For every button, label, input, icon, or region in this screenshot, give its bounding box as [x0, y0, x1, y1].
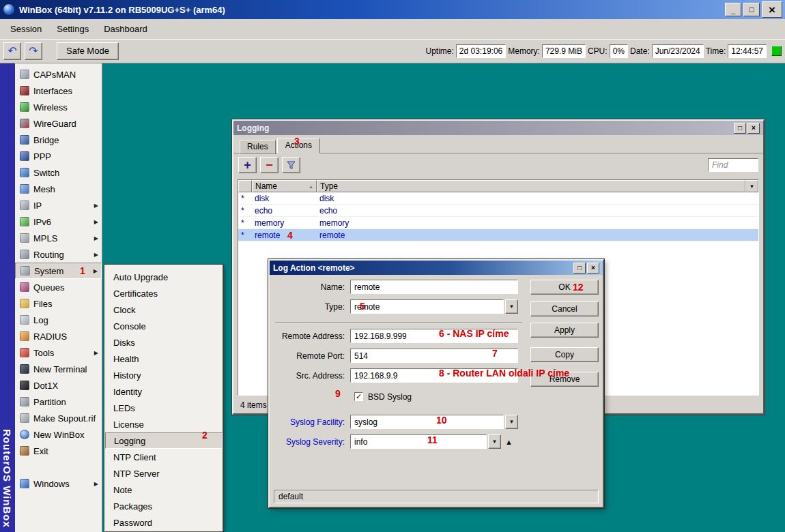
logging-close-button[interactable]: × — [747, 123, 760, 134]
table-row[interactable]: * disk disk — [238, 192, 758, 205]
menu-session[interactable]: Session — [3, 21, 49, 37]
logging-tabstrip: Rules Actions — [233, 135, 763, 153]
facility-dropdown-button[interactable]: ▼ — [505, 415, 518, 429]
sidebar-item-label: RADIUS — [33, 331, 98, 342]
cpu-label: CPU: — [588, 46, 608, 56]
system-menu-item-packages[interactable]: Packages — [105, 498, 223, 514]
logging-maximize-button[interactable]: □ — [734, 123, 746, 134]
wireguard-icon — [20, 119, 29, 128]
sidebar-item-wireless[interactable]: Wireless — [15, 99, 102, 115]
dialog-close-button[interactable]: × — [587, 263, 599, 274]
minimize-button[interactable]: _ — [725, 3, 741, 16]
sidebar-item-label: Dot1X — [33, 381, 98, 391]
ok-button[interactable]: OK — [530, 280, 599, 295]
menu-dashboard[interactable]: Dashboard — [96, 21, 155, 37]
queues-icon — [20, 282, 29, 292]
sidebar-item-ip[interactable]: IP▶ — [15, 197, 102, 213]
interfaces-icon — [20, 86, 29, 95]
sidebar-item-routing[interactable]: Routing▶ — [15, 246, 102, 263]
system-menu-item-disks[interactable]: Disks — [105, 334, 223, 351]
memory-value: 729.9 MiB — [542, 44, 586, 58]
column-header-type[interactable]: Type — [317, 180, 745, 192]
sidebar-item-radius[interactable]: RADIUS — [15, 328, 102, 344]
src-address-label: Src. Address: — [274, 371, 350, 381]
sidebar-item-queues[interactable]: Queues — [15, 279, 102, 295]
sidebar-item-log[interactable]: Log — [15, 312, 102, 328]
bsd-syslog-checkbox[interactable]: ✓ — [354, 392, 363, 401]
sidebar-item-new-winbox[interactable]: New WinBox — [15, 426, 102, 443]
ppp-icon — [20, 151, 29, 161]
sidebar-item-tools[interactable]: Tools▶ — [15, 344, 102, 361]
redo-button[interactable]: ↷ — [25, 42, 42, 60]
sidebar-item-exit[interactable]: Exit — [15, 443, 102, 459]
status-group: Uptime: 2d 03:19:06 Memory: 729.9 MiB CP… — [426, 44, 782, 58]
undo-button[interactable]: ↶ — [3, 42, 21, 60]
column-header-name[interactable]: Name▲ — [252, 180, 317, 192]
system-menu-item-history[interactable]: History — [105, 367, 223, 383]
system-menu-item-certificates[interactable]: Certificates — [105, 285, 223, 301]
add-action-button[interactable]: + — [238, 157, 257, 173]
system-menu-item-password[interactable]: Password — [105, 514, 223, 531]
system-menu-item-health[interactable]: Health — [105, 351, 223, 367]
safe-mode-button[interactable]: Safe Mode — [57, 42, 119, 60]
apply-button[interactable]: Apply — [530, 323, 599, 338]
dialog-maximize-button[interactable]: □ — [573, 263, 586, 274]
menu-settings[interactable]: Settings — [49, 21, 96, 37]
system-menu-item-identity[interactable]: Identity — [105, 383, 223, 400]
sidebar-item-interfaces[interactable]: Interfaces — [15, 83, 102, 99]
sidebar-item-files[interactable]: Files — [15, 295, 102, 312]
window-title: WinBox (64bit) v7.11.2 on RB5009UG+S+ (a… — [19, 5, 723, 15]
tab-rules[interactable]: Rules — [240, 140, 276, 154]
sidebar-item-switch[interactable]: Switch — [15, 164, 102, 181]
cancel-button[interactable]: Cancel — [530, 301, 599, 316]
system-menu-item-console[interactable]: Console — [105, 318, 223, 334]
remove-action-button[interactable]: − — [260, 157, 279, 173]
system-menu-item-note[interactable]: Note — [105, 482, 223, 498]
system-menu-item-ntp-client[interactable]: NTP Client — [105, 449, 223, 465]
type-input[interactable] — [350, 299, 504, 314]
maximize-button[interactable]: □ — [743, 3, 760, 16]
sidebar-item-windows[interactable]: Windows▶ — [15, 475, 102, 492]
column-selector-button[interactable]: ▼ — [745, 180, 758, 192]
sidebar-item-wireguard[interactable]: WireGuard — [15, 115, 102, 132]
table-row-selected[interactable]: * remote remote — [238, 229, 758, 241]
sidebar-item-capsman[interactable]: CAPsMAN — [15, 66, 102, 83]
chevron-right-icon: ▶ — [94, 268, 98, 274]
sidebar-item-ipv6[interactable]: IPv6▶ — [15, 213, 102, 230]
sidebar-item-partition[interactable]: Partition — [15, 394, 102, 410]
column-header-flags[interactable] — [238, 180, 252, 192]
sidebar-item-ppp[interactable]: PPP — [15, 148, 102, 164]
chevron-right-icon: ▶ — [94, 481, 98, 487]
syslog-facility-input[interactable] — [350, 415, 504, 429]
name-input[interactable] — [350, 280, 518, 294]
table-row[interactable]: * echo echo — [238, 205, 758, 217]
mpls-icon — [20, 233, 29, 243]
find-input[interactable] — [708, 158, 758, 172]
system-menu-item-clock[interactable]: Clock — [105, 301, 223, 318]
sidebar-item-dot1x[interactable]: Dot1X — [15, 377, 102, 394]
sidebar-item-bridge[interactable]: Bridge — [15, 132, 102, 148]
sidebar-item-new-terminal[interactable]: New Terminal — [15, 361, 102, 377]
annotation-1: 1 — [80, 265, 85, 276]
sidebar-item-make-supout[interactable]: Make Supout.rif — [15, 410, 102, 426]
type-dropdown-button[interactable]: ▼ — [505, 299, 518, 314]
system-menu-item-ntp-server[interactable]: NTP Server — [105, 465, 223, 482]
close-button[interactable]: × — [762, 1, 782, 18]
collapse-up-icon[interactable]: ▲ — [505, 438, 513, 446]
sidebar-item-system[interactable]: System▶ — [15, 263, 102, 279]
logging-window-titlebar: Logging □ × — [233, 121, 763, 135]
severity-dropdown-button[interactable]: ▼ — [488, 434, 501, 449]
syslog-severity-input[interactable] — [350, 434, 487, 449]
filter-button[interactable] — [282, 157, 300, 173]
plus-icon: + — [244, 158, 251, 173]
table-row[interactable]: * memory memory — [238, 217, 758, 229]
sidebar-item-mpls[interactable]: MPLS▶ — [15, 230, 102, 246]
sidebar-item-label: Bridge — [33, 135, 98, 145]
sidebar-item-label: Routing — [33, 250, 90, 260]
copy-button[interactable]: Copy — [530, 347, 599, 362]
system-menu-item-auto-upgrade[interactable]: Auto Upgrade — [105, 269, 223, 285]
routing-icon — [20, 250, 29, 259]
system-menu-item-leds[interactable]: LEDs — [105, 400, 223, 416]
sidebar-item-mesh[interactable]: Mesh — [15, 181, 102, 197]
radius-icon — [20, 331, 29, 341]
